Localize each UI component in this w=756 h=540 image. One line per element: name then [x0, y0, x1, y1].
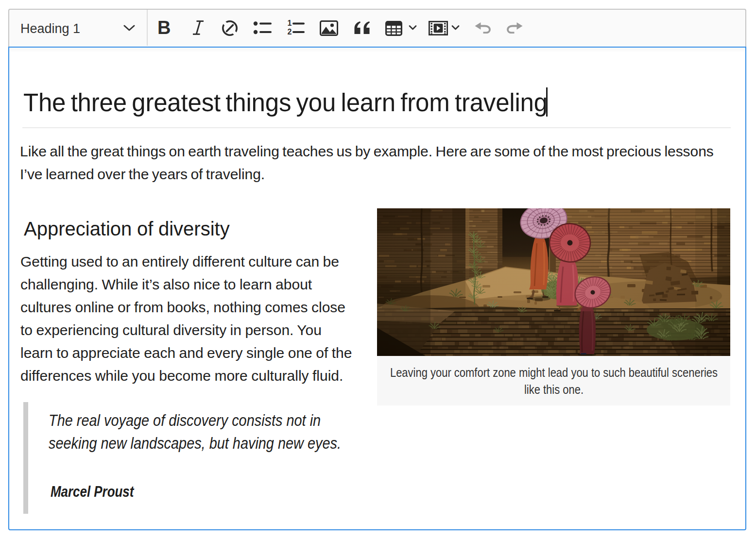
- svg-text:1: 1: [288, 19, 292, 27]
- svg-text:2: 2: [288, 28, 292, 36]
